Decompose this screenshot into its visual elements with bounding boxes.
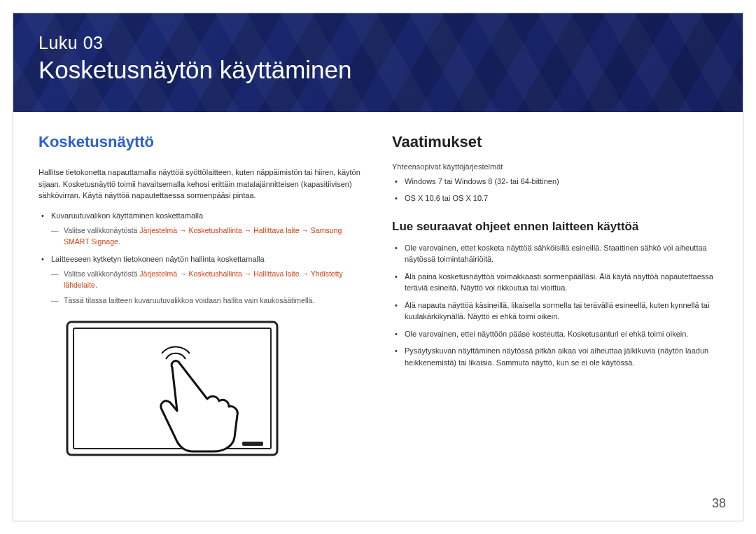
- left-bullet-list: Kuvaruutuvalikon käyttäminen koskettamal…: [38, 210, 364, 307]
- compatible-os-label: Yhteensopivat käyttöjärjestelmät: [392, 161, 718, 173]
- bullet-text: Kuvaruutuvalikon käyttäminen koskettamal…: [51, 211, 203, 220]
- sub-prefix: Valitse valikkonäytöstä: [64, 269, 139, 278]
- os-list: Windows 7 tai Windows 8 (32- tai 64-bitt…: [392, 176, 718, 204]
- touchscreen-hand-icon: [64, 318, 281, 458]
- chapter-title: Kosketusnäytön käyttäminen: [38, 56, 718, 84]
- chapter-header: Luku 03 Kosketusnäytön käyttäminen: [13, 13, 743, 112]
- precaution-moisture: Ole varovainen, ettei näyttöön pääse kos…: [405, 328, 718, 340]
- period: .: [95, 281, 97, 289]
- right-column: Vaatimukset Yhteensopivat käyttöjärjeste…: [392, 133, 718, 458]
- sub-connected-path: Valitse valikkonäytöstä Järjestelmä → Ko…: [64, 269, 364, 291]
- bullet-text: Laitteeseen kytketyn tietokoneen näytön …: [51, 255, 265, 263]
- requirements-heading: Vaatimukset: [392, 133, 718, 151]
- precaution-burnin: Pysäytyskuvan näyttäminen näytössä pitkä…: [405, 345, 718, 368]
- left-column: Kosketusnäyttö Hallitse tietokonetta nap…: [38, 133, 364, 458]
- precautions-list: Ole varovainen, ettet kosketa näyttöä sä…: [392, 242, 718, 369]
- os-osx: OS X 10.6 tai OS X 10.7: [405, 192, 718, 204]
- intro-paragraph: Hallitse tietokonetta napauttamalla näyt…: [38, 167, 364, 202]
- precaution-static: Ole varovainen, ettet kosketa näyttöä sä…: [405, 242, 718, 265]
- chapter-label: Luku 03: [38, 33, 718, 53]
- period: .: [118, 237, 120, 246]
- read-before-heading: Lue seuraavat ohjeet ennen laitteen käyt…: [392, 220, 718, 234]
- content-columns: Kosketusnäyttö Hallitse tietokonetta nap…: [13, 112, 743, 458]
- precaution-press: Älä paina kosketusnäyttöä voimakkaasti s…: [405, 271, 718, 294]
- sub-remote-only: Tässä tilassa laitteen kuvaruutuvalikkoa…: [64, 295, 364, 307]
- section-heading-touchscreen: Kosketusnäyttö: [38, 133, 364, 151]
- svg-rect-2: [242, 442, 263, 446]
- touch-illustration: [64, 318, 364, 458]
- sub-prefix: Valitse valikkonäytöstä: [64, 226, 139, 234]
- page-number: 38: [712, 496, 726, 511]
- precaution-gloves: Älä napauta näyttöä käsineillä, likaisel…: [405, 300, 718, 323]
- bullet-connected-device: Laitteeseen kytketyn tietokoneen näytön …: [51, 253, 364, 307]
- bullet-osd-touch: Kuvaruutuvalikon käyttäminen koskettamal…: [51, 210, 364, 248]
- sub-osd-path: Valitse valikkonäytöstä Järjestelmä → Ko…: [64, 225, 364, 248]
- os-windows: Windows 7 tai Windows 8 (32- tai 64-bitt…: [405, 176, 718, 188]
- manual-page: Luku 03 Kosketusnäytön käyttäminen Koske…: [13, 13, 743, 521]
